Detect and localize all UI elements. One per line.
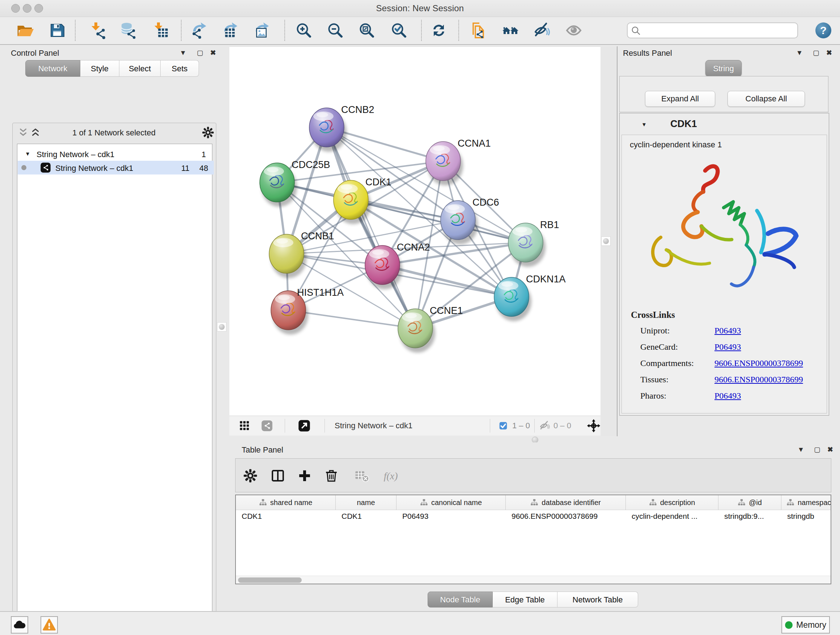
table-panel-float-icon[interactable]: ▢ (813, 445, 822, 454)
network-node-rb1[interactable]: RB1 (508, 219, 559, 267)
network-collection-row[interactable]: ▼ String Network – cdk1 1 (18, 147, 214, 161)
search-input[interactable] (645, 24, 795, 37)
network-node-ccnb1[interactable]: CCNB1 (269, 231, 334, 278)
crosslink-label: Compartments: (631, 358, 714, 368)
network-row-selected[interactable]: String Network – cdk1 11 48 (18, 161, 214, 174)
expand-all-networks-icon[interactable] (30, 127, 41, 138)
tab-network[interactable]: Network (25, 60, 80, 77)
warning-icon (41, 617, 55, 631)
crosslink-link[interactable]: 9606.ENSP00000378699 (714, 375, 803, 384)
node-label: CDKN1A (526, 274, 566, 285)
zoom-in-icon[interactable] (295, 22, 313, 39)
network-node-cdk1[interactable]: CDK1 (333, 177, 392, 224)
import-network-icon[interactable] (89, 22, 107, 39)
crosslink-link[interactable]: 9606.ENSP00000378699 (714, 358, 803, 368)
home-icon[interactable] (502, 22, 519, 39)
crosslinks-title: CrossLinks (631, 310, 823, 326)
zoom-out-icon[interactable] (327, 22, 344, 39)
tab-node-table[interactable]: Node Table (428, 592, 493, 608)
memory-button[interactable]: Memory (782, 616, 830, 633)
network-edge[interactable] (327, 127, 415, 328)
crosslink-link[interactable]: P06493 (714, 342, 741, 352)
refresh-icon[interactable] (430, 22, 447, 39)
network-canvas[interactable]: CCNB2CCNA1CDC25BCDK1CDC6RB1CCNB1CCNA2CDK… (229, 46, 600, 416)
open-external-icon[interactable] (298, 419, 311, 432)
annotation-visibility-icon[interactable] (533, 22, 550, 39)
network-options-gear-icon[interactable] (202, 126, 215, 139)
toolbar-separator (284, 20, 285, 41)
footer-separator (534, 419, 535, 432)
network-node-cdc25b[interactable]: CDC25B (260, 159, 330, 207)
zoom-fit-icon[interactable] (358, 22, 376, 39)
collapse-all-networks-icon[interactable] (18, 127, 28, 138)
import-database-icon[interactable] (120, 22, 137, 39)
tab-network-table[interactable]: Network Table (557, 592, 638, 608)
results-panel-menu-icon[interactable]: ▼ (795, 48, 804, 57)
collection-expand-icon[interactable]: ▼ (25, 150, 30, 157)
table-hscrollbar-thumb[interactable] (238, 578, 302, 583)
column-namespace-icon (531, 499, 538, 507)
zoom-selected-icon[interactable] (390, 22, 408, 39)
selected-checkbox-icon[interactable] (499, 421, 508, 431)
network-badge-icon[interactable] (261, 420, 273, 432)
column-namespace-icon (649, 499, 657, 507)
footer-separator (285, 419, 285, 432)
show-columns-icon[interactable] (270, 468, 286, 483)
network-node-ccna2[interactable]: CCNA2 (365, 242, 430, 289)
control-panel-menu-icon[interactable]: ▼ (178, 48, 188, 57)
control-panel-float-icon[interactable]: ▢ (195, 48, 205, 57)
crosslink-link[interactable]: P06493 (714, 326, 741, 335)
table-settings-gear-icon[interactable] (243, 468, 258, 483)
column-header-canonical-name[interactable]: canonical name (396, 495, 506, 510)
network-node-cdc6[interactable]: CDC6 (441, 197, 499, 244)
expand-all-button[interactable]: Expand All (645, 91, 715, 107)
network-node-ccnb2[interactable]: CCNB2 (309, 104, 374, 152)
delete-column-icon[interactable] (324, 468, 339, 483)
control-panel-close-icon[interactable]: ✖ (208, 48, 218, 57)
save-session-icon[interactable] (49, 22, 66, 39)
crosslink-link[interactable]: P06493 (714, 391, 741, 401)
import-table-icon[interactable] (153, 22, 170, 39)
results-panel-float-icon[interactable]: ▢ (812, 48, 821, 57)
collapse-all-button[interactable]: Collapse All (728, 91, 805, 107)
right-splitter-handle[interactable] (601, 236, 611, 246)
crosslinks-section: CrossLinks Uniprot:P06493 GeneCard:P0649… (631, 310, 823, 407)
tab-edge-table[interactable]: Edge Table (493, 592, 557, 608)
cloud-button[interactable] (11, 616, 28, 633)
function-builder-icon: f(x) (379, 468, 402, 483)
grid-view-icon[interactable] (238, 420, 251, 432)
table-panel-close-icon[interactable]: ✖ (826, 445, 835, 454)
network-node-ccna1[interactable]: CCNA1 (426, 138, 491, 185)
export-table-icon[interactable] (222, 22, 239, 39)
column-header-name[interactable]: name (336, 495, 396, 510)
column-header--id[interactable]: @id (718, 495, 782, 510)
hidden-eye-icon[interactable] (539, 420, 550, 431)
node-table: shared namenamecanonical namedatabase id… (235, 494, 831, 584)
open-session-icon[interactable] (17, 22, 34, 39)
export-image-icon[interactable] (253, 22, 271, 39)
clone-network-icon[interactable] (470, 22, 487, 39)
add-column-icon[interactable] (297, 468, 312, 483)
network-row-label: String Network – cdk1 (55, 164, 133, 173)
move-crosshair-icon[interactable] (587, 419, 600, 432)
export-network-icon[interactable] (191, 22, 208, 39)
tab-style[interactable]: Style (80, 60, 119, 77)
tab-sets[interactable]: Sets (161, 60, 199, 77)
table-panel-menu-icon[interactable]: ▼ (796, 445, 806, 454)
tab-select[interactable]: Select (119, 60, 161, 77)
column-header-description[interactable]: description (626, 495, 718, 510)
column-header-namespace[interactable]: namespace (782, 495, 831, 510)
left-splitter-handle[interactable] (217, 322, 226, 332)
column-header-shared-name[interactable]: shared name (236, 495, 336, 510)
results-panel-close-icon[interactable]: ✖ (824, 48, 834, 57)
warnings-button[interactable] (41, 616, 58, 633)
entry-collapse-icon[interactable]: ▼ (641, 121, 647, 127)
help-button[interactable]: ? (815, 22, 831, 38)
preview-eye-icon[interactable] (565, 22, 583, 39)
network-node-hist1h1a[interactable]: HIST1H1A (271, 287, 344, 334)
column-header-database-identifier[interactable]: database identifier (506, 495, 626, 510)
network-node-cdkn1a[interactable]: CDKN1A (494, 274, 566, 321)
tab-string[interactable]: String (706, 60, 742, 77)
table-row[interactable]: CDK1CDK1P064939606.ENSP00000378699cyclin… (236, 510, 831, 523)
network-node-ccne1[interactable]: CCNE1 (398, 305, 463, 353)
